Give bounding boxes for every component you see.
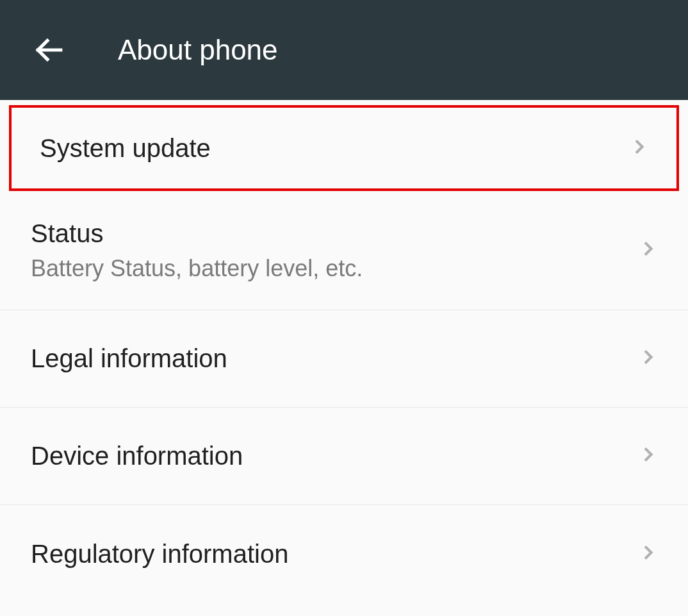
- list-item-regulatory-information[interactable]: Regulatory information: [0, 505, 688, 603]
- item-text: System update: [40, 131, 211, 165]
- arrow-left-icon: [33, 34, 65, 66]
- item-text: Regulatory information: [31, 537, 288, 570]
- item-text: Legal information: [31, 342, 227, 375]
- item-subtitle: Battery Status, battery level, etc.: [31, 254, 363, 284]
- list-item-status[interactable]: Status Battery Status, battery level, et…: [0, 191, 688, 310]
- list-item-device-information[interactable]: Device information: [0, 408, 688, 505]
- item-title: System update: [40, 131, 211, 165]
- back-button[interactable]: [31, 32, 67, 68]
- chevron-right-icon: [630, 134, 648, 162]
- chevron-right-icon: [639, 236, 657, 264]
- list-item-system-update[interactable]: System update: [9, 105, 679, 191]
- list-item-legal-information[interactable]: Legal information: [0, 310, 688, 408]
- item-text: Status Battery Status, battery level, et…: [31, 217, 363, 284]
- item-title: Status: [31, 217, 363, 250]
- chevron-right-icon: [639, 442, 657, 470]
- item-title: Legal information: [31, 342, 227, 375]
- chevron-right-icon: [639, 540, 657, 568]
- settings-list: System update Status Battery Status, bat…: [0, 105, 688, 603]
- page-title: About phone: [118, 34, 278, 66]
- item-title: Regulatory information: [31, 537, 288, 570]
- chevron-right-icon: [639, 344, 657, 372]
- item-text: Device information: [31, 439, 243, 472]
- header-bar: About phone: [0, 0, 688, 100]
- item-title: Device information: [31, 439, 243, 472]
